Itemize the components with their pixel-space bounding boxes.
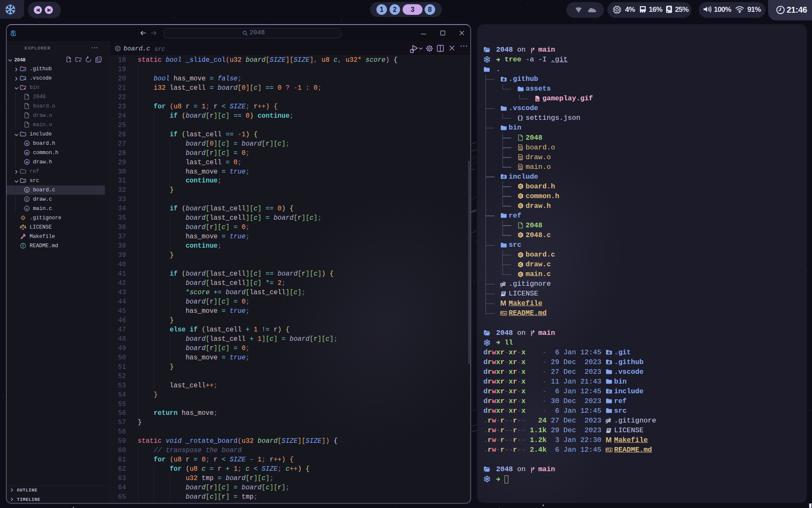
svg-text:C: C — [25, 188, 28, 192]
svg-text:H: H — [25, 160, 28, 164]
svg-text:C: C — [519, 233, 522, 237]
svg-text:C: C — [117, 47, 119, 50]
svg-text:C: C — [519, 262, 522, 266]
svg-text:C: C — [519, 204, 522, 208]
svg-text:10: 10 — [519, 157, 522, 160]
svg-text:H: H — [25, 151, 28, 155]
svg-text:C: C — [25, 198, 28, 202]
svg-text:C: C — [519, 184, 522, 188]
svg-text:C: C — [25, 207, 28, 211]
svg-text:C: C — [519, 194, 522, 198]
svg-text:C: C — [519, 272, 522, 276]
svg-text:10: 10 — [519, 148, 522, 151]
svg-text:C: C — [519, 252, 522, 257]
svg-text:H: H — [25, 142, 28, 146]
svg-text:10: 10 — [519, 167, 522, 170]
